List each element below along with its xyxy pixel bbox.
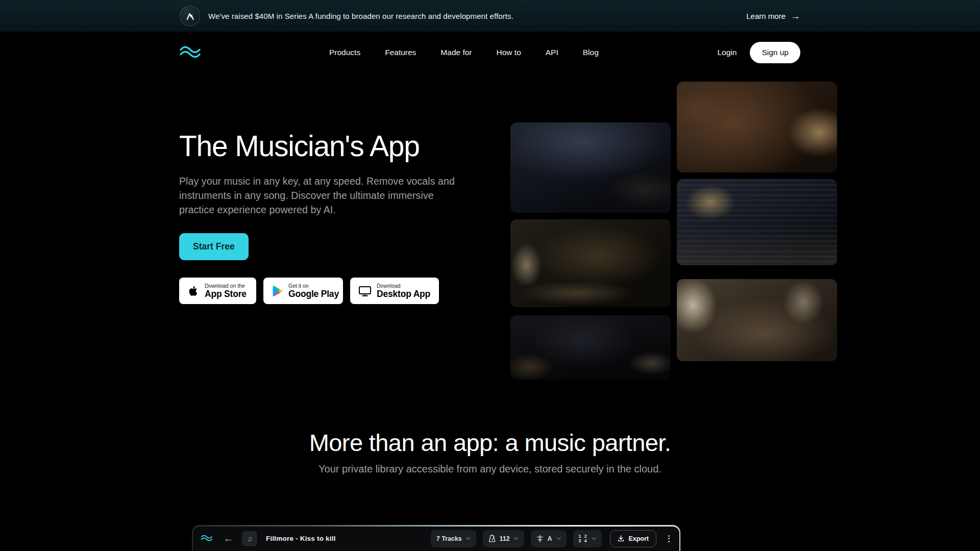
google-play-button[interactable]: Get it on Google Play xyxy=(263,278,343,304)
hero-image-guitarist-dark-stage xyxy=(510,122,671,213)
player-logo xyxy=(201,535,212,542)
player-toolbar: ← ♫ Fillmore - Kiss to kill 7 Tracks 112 xyxy=(193,527,679,551)
nav-item-made-for[interactable]: Made for xyxy=(440,48,472,57)
main-nav: Products Features Made for How to API Bl… xyxy=(0,32,980,73)
track-artwork-tile: ♫ xyxy=(242,531,257,546)
hero-image-bassist-dim-room xyxy=(510,315,671,380)
hero-image-vocalist-studio-mic xyxy=(677,82,837,172)
signup-button[interactable]: Sign up xyxy=(750,42,800,63)
desktop-app-button[interactable]: Download Desktop App xyxy=(350,278,439,304)
chevron-down-icon xyxy=(466,537,471,540)
music-ai-badge-icon xyxy=(180,6,200,26)
chevron-down-icon xyxy=(592,537,596,540)
arrow-right-icon: → xyxy=(791,11,800,21)
landing-page: We've raised $40M in Series A funding to… xyxy=(0,0,980,551)
count-in-dropdown[interactable]: 1 2 3 4 xyxy=(573,530,602,547)
nav-item-features[interactable]: Features xyxy=(385,48,416,57)
chevron-down-icon xyxy=(514,537,519,540)
player-window: ← ♫ Fillmore - Kiss to kill 7 Tracks 112 xyxy=(192,525,680,551)
nav-item-products[interactable]: Products xyxy=(329,48,360,57)
nav-item-blog[interactable]: Blog xyxy=(583,48,599,57)
start-free-button[interactable]: Start Free xyxy=(179,233,249,260)
announcement-banner: We've raised $40M in Series A funding to… xyxy=(0,0,980,32)
kebab-menu-icon[interactable] xyxy=(666,533,672,544)
nav-menu: Products Features Made for How to API Bl… xyxy=(329,32,599,73)
store-big-label: Google Play xyxy=(288,289,339,299)
store-buttons: Download on the App Store Get it on Goog… xyxy=(179,278,439,304)
desktop-icon xyxy=(358,285,372,297)
learn-more-link[interactable]: Learn more → xyxy=(746,11,800,21)
hero-image-guitarist-home-studio xyxy=(677,279,837,361)
nav-item-api[interactable]: API xyxy=(546,48,558,57)
app-store-button[interactable]: Download on the App Store xyxy=(179,278,256,304)
apple-icon xyxy=(187,284,200,297)
download-icon xyxy=(618,535,624,542)
hero-image-drummer-warm-light xyxy=(510,219,671,307)
track-title: Fillmore - Kiss to kill xyxy=(266,535,336,542)
bpm-value: 112 xyxy=(500,535,510,542)
google-play-icon xyxy=(272,285,283,297)
pitch-key-dropdown[interactable]: A xyxy=(531,530,567,547)
store-big-label: App Store xyxy=(205,289,247,299)
back-arrow-icon[interactable]: ← xyxy=(224,534,233,543)
store-small-label: Download xyxy=(377,283,401,289)
section-subheading: Your private library accessible from any… xyxy=(0,463,980,475)
key-value: A xyxy=(548,535,552,542)
store-big-label: Desktop App xyxy=(377,289,430,299)
store-small-label: Get it on xyxy=(288,283,309,289)
music-note-icon: ♫ xyxy=(247,535,253,543)
chevron-down-icon xyxy=(556,537,561,540)
store-small-label: Download on the xyxy=(205,283,245,289)
tracks-label: 7 Tracks xyxy=(436,535,462,542)
metronome-bpm-dropdown[interactable]: 112 xyxy=(483,530,524,547)
count-in-icon: 1 2 3 4 xyxy=(579,534,588,543)
banner-text: We've raised $40M in Series A funding to… xyxy=(208,12,513,20)
login-link[interactable]: Login xyxy=(717,48,737,57)
hero-title: The Musician's App xyxy=(179,129,420,163)
metronome-icon xyxy=(488,535,496,542)
moises-logo[interactable] xyxy=(180,46,201,60)
pitch-slider-icon xyxy=(536,535,544,542)
nav-item-how-to[interactable]: How to xyxy=(497,48,521,57)
learn-more-label: Learn more xyxy=(746,12,786,20)
tracks-dropdown[interactable]: 7 Tracks xyxy=(431,530,476,547)
export-button[interactable]: Export xyxy=(610,530,656,547)
section-heading: More than an app: a music partner. xyxy=(0,429,980,457)
hero-description: Play your music in any key, at any speed… xyxy=(179,174,466,217)
hero-image-producer-mixing-console xyxy=(677,179,837,265)
export-label: Export xyxy=(628,535,649,542)
